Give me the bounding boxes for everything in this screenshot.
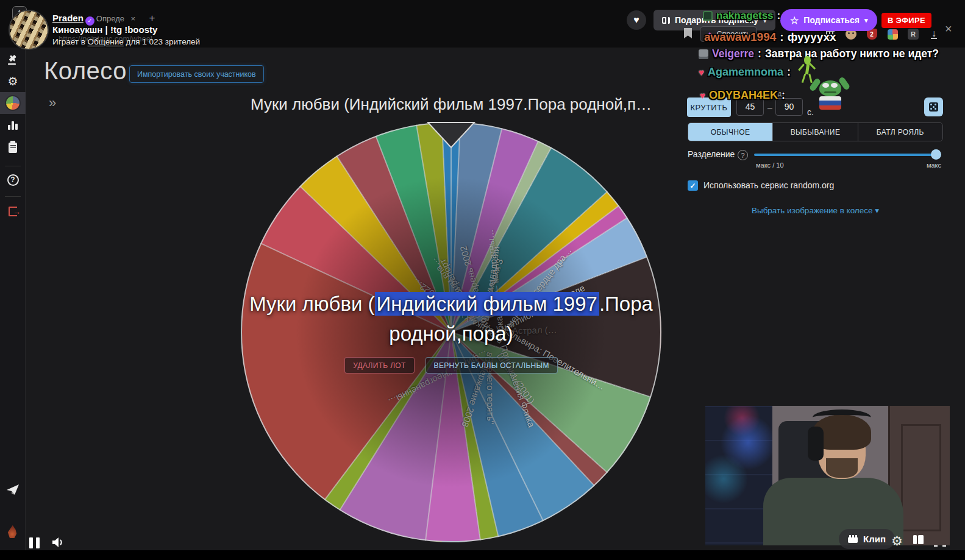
tab-normal[interactable]: ОБЫЧНОЕ bbox=[688, 123, 773, 141]
subscribe-button[interactable]: ☆ Подписаться ▾ bbox=[780, 9, 877, 31]
webcam-shelf bbox=[705, 406, 772, 545]
choose-image-label: Выбрать изображение в колесе bbox=[752, 206, 873, 215]
winner-overlay: Муки любви (Индийский фильм 1997.Пора ро… bbox=[237, 289, 666, 374]
r-extension-icon[interactable]: R bbox=[907, 28, 919, 40]
chat-message: naknagetss : bbox=[703, 10, 780, 22]
stream-title: Киноаукшн | !tg !boosty bbox=[52, 24, 157, 35]
split-slider-track[interactable] bbox=[754, 154, 937, 156]
sidebar-item-wheel[interactable] bbox=[0, 92, 26, 114]
gray-badge-icon bbox=[699, 49, 708, 59]
split-label: Разделение bbox=[688, 149, 735, 159]
channel-name[interactable]: Praden bbox=[52, 13, 84, 23]
playing-suffix: для 1 023 зрителей bbox=[124, 37, 200, 46]
chevron-down-icon: ▾ bbox=[875, 206, 879, 215]
chat-username[interactable]: awawaw1994 bbox=[704, 30, 776, 44]
winner-highlighted-text: Индийский фильм 1997 bbox=[375, 292, 599, 316]
chat-text: Завтра на работу никто не идет? bbox=[765, 48, 939, 60]
chat-username[interactable]: Agamemnoma bbox=[708, 66, 783, 79]
sidebar-item-auction[interactable] bbox=[0, 49, 26, 71]
logout-icon bbox=[9, 207, 17, 216]
bottom-letterbox bbox=[0, 550, 965, 560]
chat-colon: : bbox=[787, 66, 791, 79]
verified-badge-icon: ✓ bbox=[85, 16, 94, 26]
pause-button[interactable] bbox=[29, 537, 40, 548]
close-icon[interactable]: × bbox=[945, 22, 952, 36]
star-icon: ☆ bbox=[790, 15, 799, 26]
tab-battle-royale[interactable]: БАТЛ РОЯЛЬ bbox=[858, 123, 942, 141]
playing-line: Играет в Общение для 1 023 зрителей bbox=[52, 37, 200, 46]
bar-chart-icon bbox=[8, 121, 18, 130]
tab-close-icon[interactable]: × bbox=[130, 14, 135, 23]
help-question-icon: ? bbox=[7, 174, 19, 186]
heart-badge-icon: ♥ bbox=[699, 67, 704, 77]
range-dash: – bbox=[767, 102, 772, 112]
chat-colon: : bbox=[758, 48, 761, 60]
sidebar-divider bbox=[5, 166, 21, 166]
player-settings-button[interactable]: ⚙ bbox=[891, 534, 903, 548]
wheel-mode-tabs: ОБЫЧНОЕ ВЫБЫВАНИЕ БАТЛ РОЯЛЬ bbox=[688, 122, 943, 141]
sidebar-item-lots[interactable] bbox=[0, 136, 26, 158]
split-min-label: макс / 10 bbox=[756, 161, 784, 169]
wheel-pointer-icon bbox=[427, 122, 475, 149]
download-icon[interactable]: ↓ bbox=[928, 28, 940, 40]
chat-username[interactable]: Veigerre bbox=[712, 48, 754, 60]
chat-colon: : bbox=[782, 89, 785, 102]
chat-message: ♥ ODYBAH4EK : bbox=[700, 89, 785, 102]
emote-badge-icon bbox=[703, 11, 713, 21]
volume-icon[interactable] bbox=[51, 536, 65, 548]
sidebar-item-logout[interactable] bbox=[0, 200, 26, 222]
sidebar-divider bbox=[5, 196, 21, 197]
clip-button[interactable]: Клип bbox=[839, 529, 895, 549]
sidebar-item-help[interactable]: ? bbox=[0, 169, 26, 191]
sidebar-item-telegram[interactable] bbox=[0, 478, 26, 500]
sidebar-item-stats[interactable] bbox=[0, 115, 26, 136]
auction-gavel-icon bbox=[6, 53, 20, 66]
help-circle-icon[interactable]: ? bbox=[738, 150, 748, 160]
import-participants-button[interactable]: Импортировать своих участников bbox=[129, 65, 264, 83]
webcam-feed bbox=[705, 406, 950, 545]
winner-pre: Муки любви ( bbox=[249, 292, 374, 315]
theater-mode-button[interactable] bbox=[913, 535, 924, 544]
chat-message: Veigerre : Завтра на работу никто не иде… bbox=[699, 48, 939, 60]
chat-colon: : bbox=[777, 10, 781, 22]
chat-username[interactable]: ODYBAH4EK bbox=[709, 89, 778, 102]
subscribe-label: Подписаться bbox=[803, 15, 860, 25]
choose-wheel-image-link[interactable]: Выбрать изображение в колесе ▾ bbox=[688, 205, 943, 215]
split-slider-handle[interactable] bbox=[931, 149, 941, 160]
split-max-label: макс bbox=[924, 161, 941, 169]
heart-badge-icon: ♥ bbox=[700, 90, 705, 101]
delete-lot-button[interactable]: УДАЛИТЬ ЛОТ bbox=[344, 357, 414, 374]
headphones-band bbox=[813, 409, 871, 425]
channel-avatar[interactable] bbox=[9, 10, 49, 50]
stream-screenshot: 1 Praden✓Опреде × + https://pointauc.com… bbox=[0, 0, 965, 560]
chat-text: фуууухх bbox=[788, 30, 836, 44]
clip-label: Клип bbox=[863, 534, 886, 544]
gear-icon: ⚙ bbox=[7, 74, 18, 88]
live-badge: В ЭФИРЕ bbox=[881, 13, 931, 28]
category-link[interactable]: Общение bbox=[88, 37, 124, 46]
playing-prefix: Играет в bbox=[52, 37, 88, 46]
follow-heart-button[interactable]: ♥ bbox=[627, 10, 646, 30]
colors-extension-icon[interactable] bbox=[886, 28, 899, 40]
random-org-label: Использовать сервис random.org bbox=[703, 180, 834, 190]
browser-tab[interactable]: Praden✓Опреде × + bbox=[52, 12, 155, 26]
current-lot-header: Муки любви (Индийский фильм 1997.Пора ро… bbox=[219, 95, 683, 114]
theater-icon bbox=[913, 535, 917, 544]
chat-colon: : bbox=[780, 30, 783, 44]
dice-icon bbox=[929, 102, 938, 112]
tab-elimination[interactable]: ВЫБЫВАНИЕ bbox=[773, 123, 858, 141]
collapse-panel-icon[interactable]: » bbox=[49, 95, 56, 111]
pallet-logo bbox=[10, 11, 48, 49]
new-tab-icon[interactable]: + bbox=[149, 12, 155, 24]
chat-username[interactable]: naknagetss bbox=[716, 10, 774, 22]
sidebar-item-settings[interactable]: ⚙ bbox=[0, 70, 26, 92]
chat-message: awawaw1994 : фуууухх bbox=[704, 30, 836, 44]
return-points-button[interactable]: ВЕРНУТЬ БАЛЛЫ ОСТАЛЬНЫМ bbox=[426, 357, 558, 374]
random-org-checkbox[interactable]: ✓ bbox=[688, 180, 698, 191]
streamer-beard bbox=[826, 458, 858, 478]
random-dice-button[interactable] bbox=[924, 97, 943, 116]
telegram-plane-icon bbox=[6, 483, 20, 495]
gear-icon: ⚙ bbox=[891, 534, 903, 548]
tab-title: Опреде bbox=[96, 14, 124, 23]
chevron-down-icon: ▾ bbox=[864, 16, 868, 24]
